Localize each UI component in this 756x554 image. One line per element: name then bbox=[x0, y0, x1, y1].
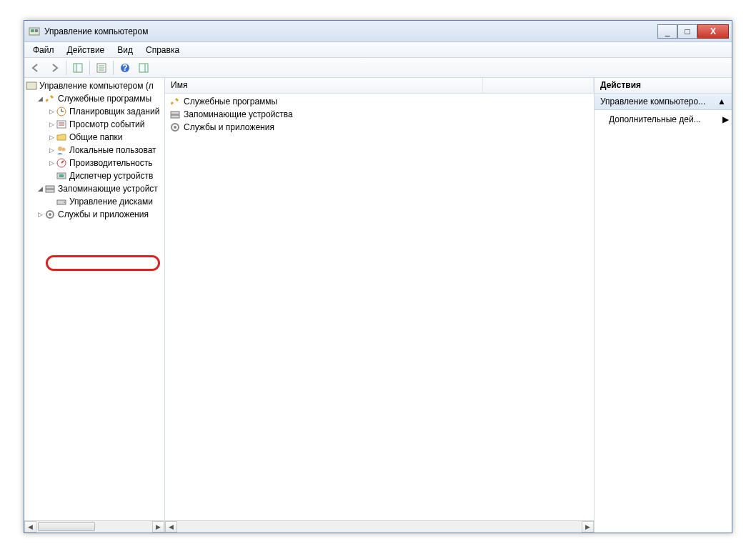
tree-event-viewer[interactable]: ▷ Просмотр событий bbox=[24, 118, 164, 131]
menu-action[interactable]: Действие bbox=[61, 44, 111, 56]
actions-group-label: Управление компьютеро... bbox=[600, 97, 705, 107]
svg-rect-32 bbox=[171, 112, 179, 114]
actions-group-header[interactable]: Управление компьютеро... ▲ bbox=[595, 94, 732, 110]
tree-system-tools[interactable]: ◢ Служебные программы bbox=[24, 92, 164, 105]
help-button[interactable]: ? bbox=[116, 60, 134, 76]
disk-icon bbox=[56, 196, 67, 207]
scroll-right-button[interactable]: ▶ bbox=[582, 521, 594, 533]
svg-rect-3 bbox=[74, 64, 82, 72]
expand-icon[interactable]: ▷ bbox=[47, 108, 56, 115]
tree-horizontal-scrollbar[interactable]: ◀ ▶ bbox=[24, 520, 164, 533]
show-hide-actions-button[interactable] bbox=[135, 60, 152, 76]
collapse-icon[interactable]: ▲ bbox=[717, 97, 726, 107]
scroll-thumb[interactable] bbox=[38, 522, 95, 531]
services-icon bbox=[44, 209, 56, 220]
list-item-label: Служебные программы bbox=[184, 97, 277, 107]
forward-button[interactable] bbox=[46, 60, 63, 76]
show-hide-tree-button[interactable] bbox=[69, 60, 86, 76]
svg-rect-25 bbox=[59, 174, 64, 177]
tree-services-apps[interactable]: ▷ Службы и приложения bbox=[24, 208, 164, 221]
collapse-icon[interactable]: ◢ bbox=[36, 95, 44, 102]
main-horizontal-scrollbar[interactable]: ◀ ▶ bbox=[165, 520, 594, 533]
expand-icon[interactable]: ▷ bbox=[47, 147, 56, 154]
collapse-icon[interactable]: ◢ bbox=[36, 185, 44, 192]
chevron-right-icon: ▶ bbox=[722, 114, 729, 124]
svg-text:?: ? bbox=[122, 63, 127, 73]
properties-button[interactable] bbox=[93, 60, 110, 76]
list-item-services-apps[interactable]: Службы и приложения bbox=[165, 121, 594, 134]
svg-rect-17 bbox=[57, 121, 66, 128]
svg-rect-2 bbox=[35, 29, 38, 32]
svg-point-35 bbox=[174, 126, 176, 129]
list-item-label: Службы и приложения bbox=[184, 122, 274, 132]
tree-panel: Управление компьютером (л ◢ Служебные пр… bbox=[24, 78, 165, 533]
expand-icon[interactable]: ▷ bbox=[36, 211, 44, 218]
separator bbox=[66, 61, 66, 75]
toolbar: ? bbox=[24, 58, 732, 78]
storage-icon bbox=[169, 109, 181, 120]
actions-more-label: Дополнительные дей... bbox=[609, 114, 701, 124]
tree-performance[interactable]: ▷ Производительность bbox=[24, 157, 164, 169]
column-name[interactable]: Имя bbox=[165, 78, 483, 93]
event-viewer-icon bbox=[56, 119, 67, 130]
column-header-row: Имя bbox=[165, 78, 594, 94]
tree-root[interactable]: Управление компьютером (л bbox=[24, 79, 164, 92]
device-manager-icon bbox=[56, 170, 67, 182]
scroll-track[interactable] bbox=[36, 521, 152, 533]
tree-task-scheduler[interactable]: ▷ Планировщик заданий bbox=[24, 105, 164, 118]
tools-icon bbox=[44, 93, 56, 104]
scroll-left-button[interactable]: ◀ bbox=[165, 521, 177, 533]
performance-icon bbox=[56, 157, 67, 169]
list-body: Служебные программы Запоминающие устройс… bbox=[165, 94, 594, 520]
scroll-left-button[interactable]: ◀ bbox=[24, 521, 36, 533]
window-title: Управление компьютером bbox=[44, 26, 657, 36]
svg-rect-13 bbox=[26, 82, 36, 89]
computer-management-window: Управление компьютером _ □ X Файл Действ… bbox=[24, 20, 732, 533]
svg-point-31 bbox=[49, 213, 51, 216]
minimize-button[interactable]: _ bbox=[657, 24, 677, 39]
back-button[interactable] bbox=[27, 60, 44, 76]
tree-storage[interactable]: ◢ Запоминающие устройст bbox=[24, 182, 164, 195]
titlebar[interactable]: Управление компьютером _ □ X bbox=[24, 21, 732, 42]
main-panel: Имя Служебные программы Запоминающие уст… bbox=[165, 78, 594, 533]
expand-icon[interactable]: ▷ bbox=[47, 134, 56, 141]
actions-header: Действия bbox=[595, 78, 732, 94]
tree-shared-folders[interactable]: ▷ Общие папки bbox=[24, 131, 164, 144]
computer-icon bbox=[26, 80, 37, 91]
menu-file[interactable]: Файл bbox=[27, 44, 60, 56]
services-icon bbox=[169, 122, 181, 133]
list-item-system-tools[interactable]: Служебные программы bbox=[165, 95, 594, 108]
app-icon bbox=[29, 26, 40, 37]
tree-local-users[interactable]: ▷ Локальные пользоват bbox=[24, 144, 164, 157]
shared-folder-icon bbox=[56, 132, 67, 143]
scroll-right-button[interactable]: ▶ bbox=[152, 521, 164, 533]
menu-help[interactable]: Справка bbox=[140, 44, 185, 56]
svg-point-20 bbox=[58, 147, 62, 151]
actions-more[interactable]: Дополнительные дей... ▶ bbox=[595, 110, 732, 129]
tools-icon bbox=[169, 96, 181, 107]
list-item-label: Запоминающие устройства bbox=[184, 109, 293, 119]
expand-icon[interactable]: ▷ bbox=[47, 121, 56, 128]
menubar: Файл Действие Вид Справка bbox=[24, 42, 732, 58]
content-area: Управление компьютером (л ◢ Служебные пр… bbox=[24, 78, 732, 533]
separator bbox=[89, 61, 90, 75]
svg-rect-1 bbox=[31, 29, 34, 32]
svg-rect-26 bbox=[46, 186, 54, 189]
svg-rect-33 bbox=[171, 115, 179, 118]
svg-rect-27 bbox=[46, 189, 54, 192]
separator bbox=[113, 61, 114, 75]
close-button[interactable]: X bbox=[697, 24, 729, 39]
maximize-button[interactable]: □ bbox=[677, 24, 697, 39]
storage-icon bbox=[44, 183, 56, 194]
menu-view[interactable]: Вид bbox=[111, 44, 139, 56]
clock-icon bbox=[56, 106, 67, 117]
svg-point-21 bbox=[62, 148, 66, 152]
scroll-track[interactable] bbox=[177, 521, 582, 533]
list-item-storage[interactable]: Запоминающие устройства bbox=[165, 108, 594, 121]
tree-disk-management[interactable]: Управление дисками bbox=[24, 195, 164, 208]
column-blank[interactable] bbox=[483, 78, 594, 93]
actions-panel: Действия Управление компьютеро... ▲ Допо… bbox=[594, 78, 732, 533]
tree-device-manager[interactable]: Диспетчер устройств bbox=[24, 169, 164, 182]
expand-icon[interactable]: ▷ bbox=[47, 159, 56, 167]
svg-point-29 bbox=[64, 202, 65, 203]
